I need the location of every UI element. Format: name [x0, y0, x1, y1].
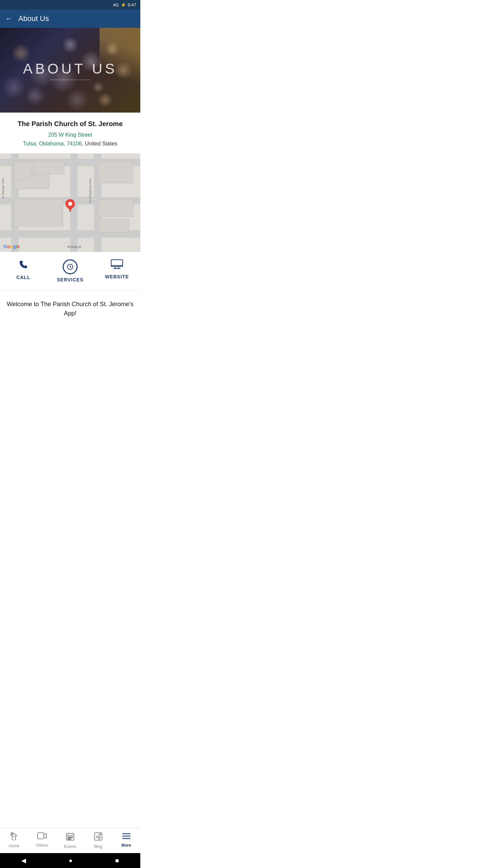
g-letter-6: e: [17, 244, 20, 249]
status-icons: 4G ⚡ 9:47: [113, 2, 136, 7]
address-country: , United States: [82, 141, 117, 146]
pin-head: [63, 197, 77, 211]
building-2: [14, 199, 63, 226]
building-4: [98, 161, 134, 183]
page-title: About Us: [18, 14, 49, 23]
building-8: [34, 161, 64, 174]
building-5: [98, 199, 134, 217]
battery-icon: ⚡: [121, 2, 126, 7]
church-info-section: The Parish Church of St. Jerome 205 W Ki…: [0, 113, 140, 154]
street-label-cheyenne: N Cheyenne Ave: [88, 178, 92, 203]
address-line2: Tulsa, Oklahoma, 74106: [23, 141, 82, 146]
network-indicator: 4G: [113, 2, 119, 7]
welcome-text: Welcome to The Parish Church of St. Jero…: [5, 300, 135, 318]
address-link[interactable]: 205 W King Street Tulsa, Oklahoma, 74106…: [5, 131, 135, 148]
welcome-section: Welcome to The Parish Church of St. Jero…: [0, 290, 140, 328]
hero-title: ABOUT US: [23, 61, 117, 77]
back-button[interactable]: ←: [5, 14, 13, 23]
g-letter-2: o: [7, 244, 10, 249]
church-name: The Parish Church of St. Jerome: [5, 120, 135, 128]
building-7: [14, 161, 31, 179]
clock: 9:47: [128, 2, 136, 7]
street-label-denver: N Denver Ave: [1, 178, 5, 198]
website-button[interactable]: WEBSITE: [94, 258, 140, 284]
g-letter-4: g: [13, 244, 16, 249]
map-pin: [65, 199, 75, 212]
services-button[interactable]: SERVICES: [47, 258, 94, 284]
app-header: ← About Us: [0, 9, 140, 28]
website-label: WEBSITE: [105, 274, 129, 279]
hero-underline: [50, 80, 90, 80]
services-icon: [63, 259, 78, 274]
website-icon: [111, 259, 123, 271]
call-button[interactable]: CALL: [0, 258, 47, 284]
g-letter-1: G: [3, 244, 7, 249]
status-bar: 4G ⚡ 9:47: [0, 0, 140, 9]
g-letter-3: o: [10, 244, 13, 249]
street-label-king: W King St: [67, 245, 81, 249]
services-label: SERVICES: [57, 277, 84, 282]
address-line1: 205 W King Street: [48, 132, 92, 138]
google-logo: G o o g l e: [3, 244, 20, 249]
call-label: CALL: [16, 275, 30, 280]
action-buttons-row: CALL SERVICES WEBSITE: [0, 252, 140, 290]
hero-banner: ABOUT US: [0, 28, 140, 113]
map-section[interactable]: N Denver Ave N Cheyenne Ave G o o g l e …: [0, 154, 140, 252]
building-6: [98, 219, 129, 233]
call-icon: [18, 259, 28, 272]
